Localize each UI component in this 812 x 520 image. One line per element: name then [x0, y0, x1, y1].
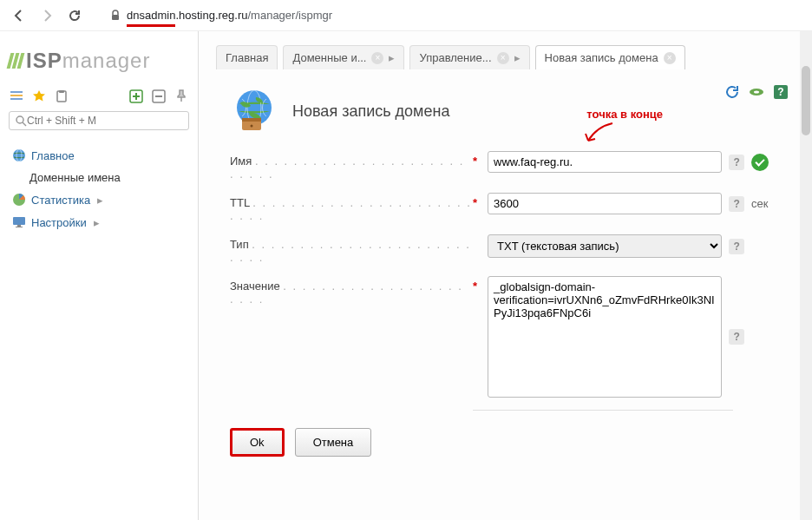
svg-rect-5: [59, 90, 64, 93]
tab-bar: Главная Доменные и...×▸ Управление...×▸ …: [199, 31, 812, 69]
help-icon[interactable]: ?: [729, 155, 744, 170]
chevron-right-icon: ▸: [389, 51, 395, 64]
monitor-icon: [12, 215, 26, 229]
svg-rect-3: [10, 98, 23, 100]
svg-rect-13: [17, 225, 21, 227]
star-icon[interactable]: [31, 89, 47, 104]
cancel-button[interactable]: Отмена: [295, 428, 372, 457]
page-actions: ?: [724, 83, 789, 101]
pin-icon[interactable]: [174, 89, 189, 104]
sidebar-item-stats[interactable]: Статистика ▸: [9, 188, 189, 211]
forward-button[interactable]: [36, 5, 57, 26]
search-icon: [15, 115, 27, 127]
main-panel: Главная Доменные и...×▸ Управление...×▸ …: [198, 31, 812, 520]
tab-home[interactable]: Главная: [216, 45, 278, 69]
svg-rect-0: [112, 15, 119, 20]
url-text: dnsadmin.hosting.reg.ru/manager/ispmgr: [127, 9, 332, 22]
sidebar-item-label: Главное: [31, 149, 75, 162]
svg-point-8: [16, 116, 23, 123]
globe-small-icon: [12, 148, 26, 162]
ok-button[interactable]: Ok: [230, 428, 285, 457]
chevron-right-icon: ▸: [97, 194, 103, 207]
close-icon[interactable]: ×: [664, 52, 676, 64]
help-icon[interactable]: ?: [729, 239, 744, 254]
ttl-label: TTL . . . . . . . . . . . . . . . . . . …: [230, 193, 473, 222]
tab-domains[interactable]: Доменные и...×▸: [283, 45, 404, 69]
search-input[interactable]: [27, 115, 183, 127]
sidebar: ISPmanager Главное Доменные имена: [0, 31, 198, 520]
sidebar-item-main[interactable]: Главное: [9, 144, 189, 167]
lock-icon: [109, 10, 121, 22]
sidebar-item-settings[interactable]: Настройки ▸: [9, 211, 189, 234]
svg-rect-14: [16, 227, 23, 227]
disk-icon[interactable]: [748, 83, 765, 101]
value-textarea[interactable]: _globalsign-domain-verification=ivrUXNn6…: [488, 276, 722, 398]
dns-form: Имя . . . . . . . . . . . . . . . . . . …: [230, 151, 781, 457]
type-select[interactable]: TXT (текстовая запись): [488, 234, 722, 258]
chevron-right-icon: ▸: [94, 216, 100, 229]
address-bar[interactable]: dnsadmin.hosting.reg.ru/manager/ispmgr: [92, 9, 332, 22]
sidebar-item-label: Настройки: [31, 216, 87, 229]
back-button[interactable]: [9, 5, 29, 26]
plus-icon[interactable]: [128, 89, 144, 104]
refresh-icon[interactable]: [724, 83, 741, 101]
sidebar-item-label: Доменные имена: [29, 171, 121, 184]
required-marker: *: [473, 155, 477, 168]
browser-toolbar: dnsadmin.hosting.reg.ru/manager/ispmgr: [0, 0, 812, 31]
page-title: Новая запись домена: [292, 102, 449, 121]
reload-button[interactable]: [64, 5, 85, 26]
ttl-input[interactable]: [488, 193, 722, 214]
app-logo: ISPmanager: [9, 49, 189, 73]
tab-manage[interactable]: Управление...×▸: [409, 45, 529, 69]
required-marker: *: [473, 280, 477, 293]
svg-point-23: [251, 125, 253, 128]
sidebar-toolbar: [9, 89, 189, 104]
close-icon[interactable]: ×: [371, 52, 383, 64]
svg-point-9: [13, 149, 25, 161]
globe-icon: [230, 87, 278, 135]
check-ok-icon: [751, 154, 769, 171]
sidebar-item-domains[interactable]: Доменные имена: [9, 167, 189, 188]
svg-point-16: [754, 91, 759, 94]
tab-new-record[interactable]: Новая запись домена×: [535, 45, 685, 69]
minus-icon[interactable]: [151, 89, 167, 104]
sidebar-search[interactable]: [9, 111, 189, 130]
name-label: Имя . . . . . . . . . . . . . . . . . . …: [230, 151, 473, 181]
name-input[interactable]: [488, 151, 722, 173]
divider: [473, 410, 733, 411]
close-icon[interactable]: ×: [497, 52, 509, 64]
required-marker: *: [473, 196, 477, 209]
pie-icon: [12, 193, 26, 207]
arrow-icon: [583, 122, 614, 146]
help-icon[interactable]: ?: [729, 196, 744, 212]
annotation-text: точка в конце: [586, 108, 663, 121]
sidebar-item-label: Статистика: [31, 194, 90, 207]
svg-rect-12: [13, 217, 25, 225]
svg-rect-2: [10, 95, 23, 96]
help-page-icon[interactable]: ?: [772, 83, 789, 101]
help-icon[interactable]: ?: [729, 329, 744, 345]
clipboard-icon[interactable]: [54, 89, 69, 104]
chevron-right-icon: ▸: [514, 51, 521, 64]
type-label: Тип . . . . . . . . . . . . . . . . . . …: [230, 234, 473, 264]
svg-rect-1: [10, 91, 23, 93]
svg-rect-22: [242, 118, 261, 122]
logo-bars-icon: [9, 53, 23, 69]
svg-text:?: ?: [777, 86, 783, 98]
ttl-unit: сек: [751, 197, 768, 210]
list-icon[interactable]: [9, 89, 24, 104]
value-label: Значение . . . . . . . . . . . . . . . .…: [230, 276, 473, 306]
